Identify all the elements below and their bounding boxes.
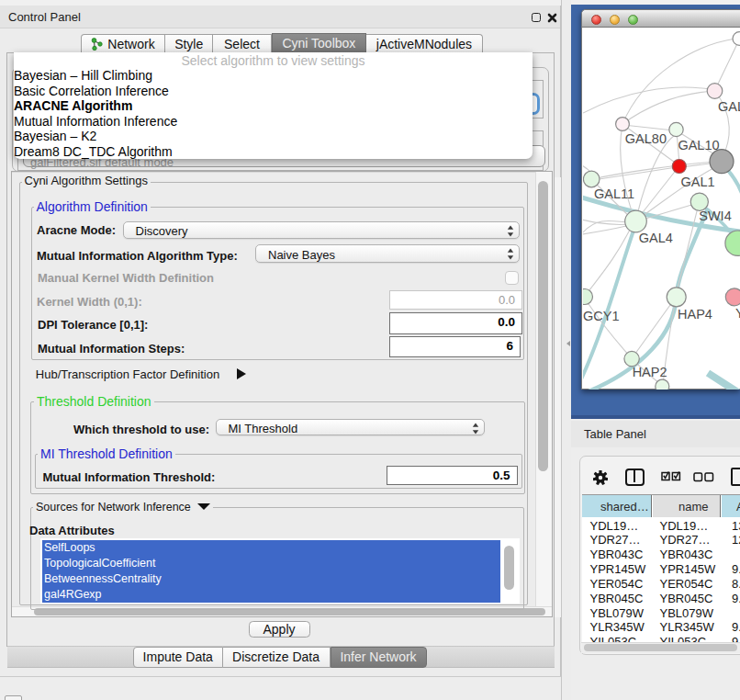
svg-text:HAP4: HAP4 [678, 307, 712, 322]
svg-text:GAL10: GAL10 [678, 138, 719, 152]
svg-text:GAL1: GAL1 [680, 175, 714, 189]
svg-text:GAL4: GAL4 [639, 231, 673, 245]
svg-text:GCY1: GCY1 [583, 309, 620, 323]
svg-text:GAL8: GAL8 [718, 99, 740, 114]
svg-text:Y: Y [735, 306, 740, 321]
svg-text:GAL11: GAL11 [594, 186, 634, 201]
svg-text:GAL80: GAL80 [625, 131, 667, 146]
svg-text:SWI4: SWI4 [699, 209, 731, 223]
svg-text:HAP2: HAP2 [633, 365, 667, 379]
